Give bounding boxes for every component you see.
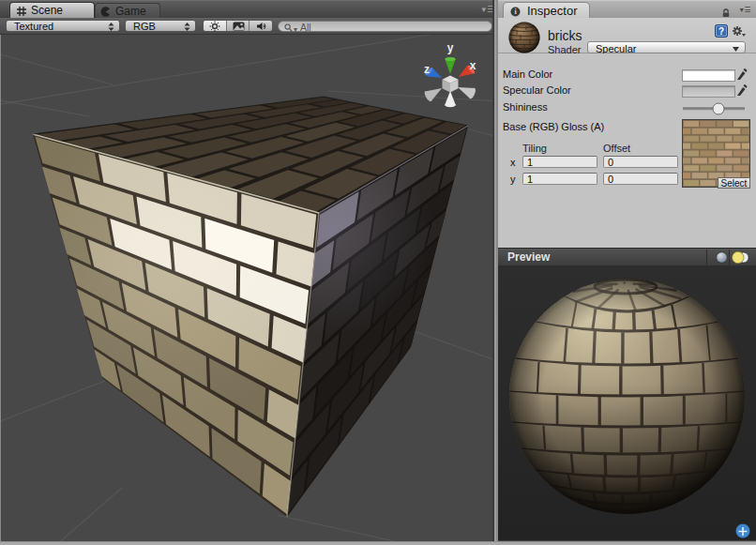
svg-text:x: x [470,59,476,72]
svg-text:?: ? [718,26,724,37]
svg-text:z: z [424,63,430,76]
svg-text:y: y [447,41,454,54]
